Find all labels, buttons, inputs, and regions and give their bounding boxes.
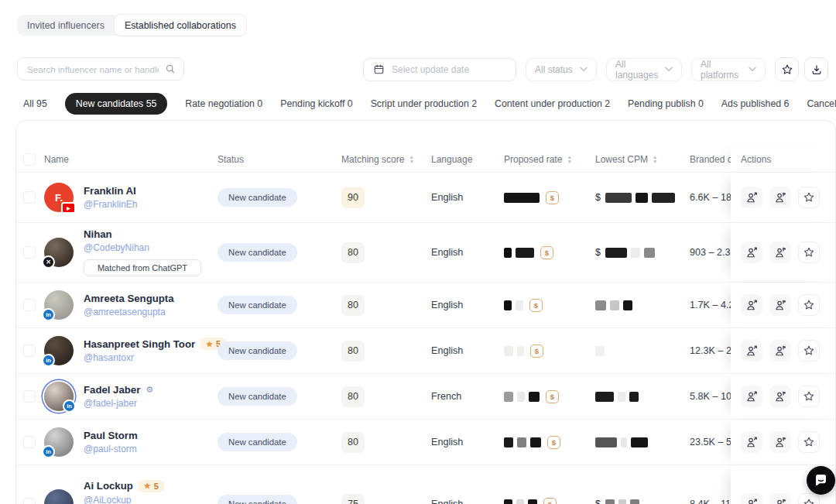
- status-badge: New candidate: [218, 341, 297, 360]
- influencer-handle-link[interactable]: @hasantoxr: [84, 352, 134, 363]
- name-line: Paul Storm: [84, 430, 138, 441]
- toolbar: Select update date All statusAll languag…: [0, 57, 836, 82]
- add-contact-button[interactable]: [741, 386, 762, 407]
- table-row[interactable]: ▶Ai Lockup★5@AiLockupNew candidate75Engl…: [16, 465, 835, 504]
- favorite-button[interactable]: [798, 431, 820, 453]
- avatar: ✕: [44, 238, 74, 267]
- assign-contact-button[interactable]: [769, 187, 791, 208]
- status-cell: New candidate: [218, 296, 341, 314]
- dropdown-label: All status: [535, 64, 573, 75]
- pill-canceled-30[interactable]: Canceled 30: [807, 98, 836, 109]
- assign-contact-button[interactable]: [769, 242, 791, 263]
- row-checkbox-cell: [18, 498, 44, 504]
- influencer-handle-link[interactable]: @CodebyNihan: [84, 242, 149, 253]
- favorite-button[interactable]: [798, 294, 820, 316]
- table-row[interactable]: inAmreeta Sengupta@amreetasenguptaNew ca…: [16, 283, 835, 328]
- row-checkbox-cell: [18, 191, 44, 204]
- add-contact-button[interactable]: [741, 294, 762, 316]
- assign-contact-button[interactable]: [769, 493, 791, 504]
- status-badge: New candidate: [218, 243, 297, 262]
- favorite-button[interactable]: [798, 187, 820, 208]
- influencer-handle-link[interactable]: @FranklinEh: [84, 199, 138, 210]
- pill-pending-publish-0[interactable]: Pending publish 0: [628, 98, 704, 109]
- pill-rate-negotiation-0[interactable]: Rate negotiation 0: [185, 98, 262, 109]
- row-checkbox[interactable]: [23, 345, 36, 357]
- favorite-button[interactable]: [798, 386, 820, 407]
- dropdown-all-status[interactable]: All status: [526, 58, 597, 81]
- pill-pending-kickoff-0[interactable]: Pending kickoff 0: [280, 98, 352, 109]
- table-row[interactable]: inPaul Storm@paul-stormNew candidate80En…: [16, 420, 835, 465]
- pill-all-95[interactable]: All 95: [23, 98, 47, 109]
- row-checkbox[interactable]: [23, 390, 36, 403]
- table-row[interactable]: inFadel Jaber⚙@fadel-jaberNew candidate8…: [16, 374, 835, 420]
- pill-script-under-production-2[interactable]: Script under production 2: [371, 98, 477, 109]
- influencer-name: Franklin AI: [84, 185, 136, 197]
- name-line: Amreeta Sengupta: [84, 293, 174, 304]
- dropdown-all-languages[interactable]: All languages: [606, 58, 682, 81]
- actions-cell: [731, 173, 835, 222]
- star-icon: [803, 299, 815, 311]
- actions-cell: [731, 223, 835, 282]
- influencer-table: NameStatusMatching score▲▼LanguagePropos…: [15, 120, 836, 504]
- assign-contact-button[interactable]: [769, 431, 791, 453]
- pill-content-under-production-2[interactable]: Content under production 2: [495, 98, 610, 109]
- redacted-value: [517, 437, 526, 447]
- export-button[interactable]: [804, 57, 828, 81]
- row-checkbox[interactable]: [23, 498, 36, 504]
- assign-contact-button[interactable]: [769, 386, 791, 407]
- influencer-handle-link[interactable]: @amreetasengupta: [84, 307, 166, 317]
- redacted-value: [618, 499, 626, 504]
- influencer-handle-link[interactable]: @paul-storm: [84, 444, 137, 454]
- favorite-button[interactable]: [798, 340, 820, 362]
- pill-new-candidates-55[interactable]: New candidates 55: [65, 93, 168, 115]
- row-checkbox[interactable]: [23, 191, 36, 204]
- matching-score-badge: 80: [341, 386, 365, 407]
- favorite-button[interactable]: [798, 493, 820, 504]
- redacted-value: [605, 193, 632, 203]
- assign-contact-button[interactable]: [769, 340, 791, 362]
- add-contact-button[interactable]: [741, 187, 762, 208]
- table-row[interactable]: F.▶Franklin AI@FranklinEhNew candidate90…: [16, 173, 835, 223]
- table-row[interactable]: inHasanpreet Singh Toor★5@hasantoxrNew c…: [16, 328, 835, 374]
- pill-ads-published-6[interactable]: Ads published 6: [721, 98, 790, 109]
- redacted-value: [504, 392, 513, 402]
- influencer-handle-link[interactable]: @AiLockup: [84, 495, 132, 504]
- proposed-rate-cell: $: [504, 390, 595, 403]
- add-contact-button[interactable]: [741, 340, 762, 362]
- add-contact-button[interactable]: [741, 431, 762, 453]
- row-checkbox[interactable]: [23, 299, 36, 311]
- redacted-value: [629, 392, 639, 402]
- favorite-button[interactable]: [798, 242, 820, 263]
- row-checkbox[interactable]: [23, 246, 36, 259]
- influencer-handle-link[interactable]: @fadel-jaber: [84, 398, 137, 409]
- redacted-value: [605, 248, 627, 258]
- sort-toggle-icon[interactable]: ▲▼: [567, 155, 571, 163]
- person-arrow-icon: [745, 345, 759, 358]
- date-placeholder: Select update date: [392, 64, 469, 75]
- sort-toggle-icon[interactable]: ▲▼: [409, 155, 413, 163]
- search-input[interactable]: [26, 63, 160, 75]
- dropdown-all-platforms[interactable]: All platforms: [691, 58, 766, 81]
- avatar: in: [44, 382, 74, 411]
- table-row[interactable]: ✕Nihan@CodebyNihanMatched from ChatGPTNe…: [16, 223, 835, 283]
- update-date-picker[interactable]: Select update date: [363, 58, 516, 81]
- redacted-value: [595, 300, 606, 310]
- add-contact-button[interactable]: [741, 493, 762, 504]
- status-cell: New candidate: [218, 433, 341, 451]
- redacted-value: [605, 499, 615, 504]
- redacted-value: [504, 499, 512, 504]
- row-checkbox[interactable]: [23, 436, 36, 448]
- person-flag-icon: [774, 191, 787, 204]
- favorites-filter-button[interactable]: [775, 57, 799, 81]
- sort-toggle-icon[interactable]: ▲▼: [653, 155, 657, 163]
- assign-contact-button[interactable]: [769, 294, 791, 316]
- select-all-checkbox[interactable]: [23, 153, 36, 166]
- x-badge-icon: ✕: [42, 255, 55, 269]
- redacted-value: [516, 248, 534, 258]
- tab-established-collaborations[interactable]: Established collaborations: [115, 15, 246, 36]
- add-contact-button[interactable]: [741, 242, 762, 263]
- chat-launcher-button[interactable]: [807, 466, 835, 495]
- tab-invited-influencers[interactable]: Invited influencers: [17, 15, 115, 36]
- row-checkbox-cell: [18, 436, 44, 448]
- name-line: Fadel Jaber⚙: [84, 384, 153, 396]
